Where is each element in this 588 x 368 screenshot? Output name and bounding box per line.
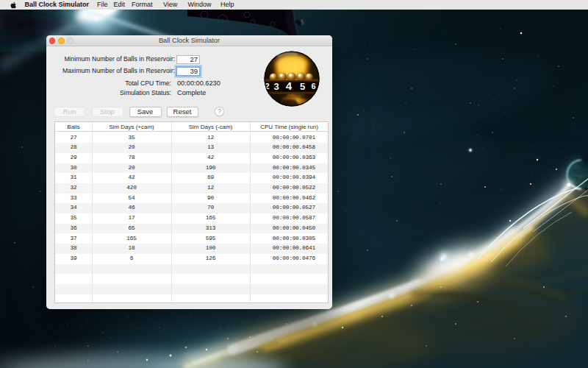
svg-text:4: 4 [286, 79, 293, 92]
svg-text:6: 6 [311, 82, 315, 91]
svg-text:3: 3 [273, 81, 279, 92]
svg-text:5: 5 [300, 81, 305, 92]
